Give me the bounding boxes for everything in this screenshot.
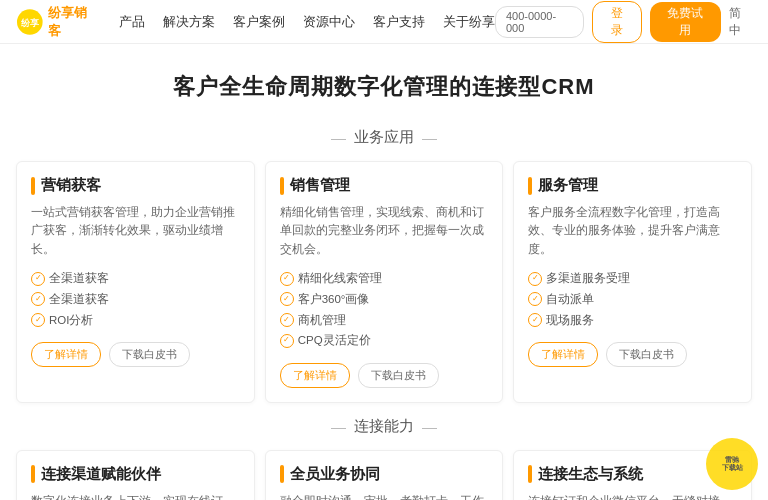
hero-title: 客户全生命周期数字化管理的连接型CRM <box>0 72 768 102</box>
feature-item: 客户360°画像 <box>280 289 489 310</box>
feature-item: CPQ灵活定价 <box>280 330 489 351</box>
card-service: 服务管理 客户服务全流程数字化管理，打造高效、专业的服务体验，提升客户满意度。 … <box>513 161 752 403</box>
language-selector[interactable]: 简中 <box>729 5 753 39</box>
navigation: 纷享 纷享销客 产品 解决方案 客户案例 资源中心 客户支持 关于纷享 400-… <box>0 0 768 44</box>
check-icon <box>31 292 45 306</box>
nav-item-product[interactable]: 产品 <box>119 13 145 31</box>
card-icon-bar <box>280 465 284 483</box>
check-icon <box>528 292 542 306</box>
nav-phone: 400-0000-000 <box>495 6 584 38</box>
card-sales: 销售管理 精细化销售管理，实现线索、商机和订单回款的完整业务闭环，把握每一次成交… <box>265 161 504 403</box>
card-collab-title: 全员业务协同 <box>290 465 380 484</box>
card-icon-bar <box>31 177 35 195</box>
card-icon-bar <box>528 177 532 195</box>
section2-title: 连接能力 <box>0 417 768 436</box>
section1-title-text: 业务应用 <box>354 128 414 147</box>
check-icon <box>31 313 45 327</box>
feature-item: 现场服务 <box>528 310 737 331</box>
card-channel-title: 连接渠道赋能伙伴 <box>41 465 161 484</box>
check-icon <box>280 334 294 348</box>
card-sales-features: 精细化线索管理 客户360°画像 商机管理 CPQ灵活定价 <box>280 268 489 351</box>
feature-item: 全渠道获客 <box>31 289 240 310</box>
svg-text:纷享: 纷享 <box>21 16 39 27</box>
section2-title-text: 连接能力 <box>354 417 414 436</box>
nav-actions: 400-0000-000 登录 免费试用 简中 <box>495 1 752 43</box>
card-collab-desc: 融合即时沟通、审批、考勤打卡、工作薄等一站式办公管理，打造极致高效的在线协同体验… <box>280 492 489 500</box>
card-service-title: 服务管理 <box>538 176 598 195</box>
detail-button[interactable]: 了解详情 <box>31 342 101 367</box>
nav-item-resources[interactable]: 资源中心 <box>303 13 355 31</box>
feature-item: ROI分析 <box>31 310 240 331</box>
whitepaper-button[interactable]: 下载白皮书 <box>358 363 439 388</box>
logo-text: 纷享销客 <box>48 4 99 40</box>
card-channel-desc: 数字化连接业务上下游，实现在线订货、客户报备、销售培训等全流程管理，与伙伴共创共… <box>31 492 240 500</box>
detail-button[interactable]: 了解详情 <box>528 342 598 367</box>
whitepaper-button[interactable]: 下载白皮书 <box>109 342 190 367</box>
check-icon <box>280 272 294 286</box>
check-icon <box>528 313 542 327</box>
logo[interactable]: 纷享 纷享销客 <box>16 4 99 40</box>
card-service-actions: 了解详情 下载白皮书 <box>528 342 737 367</box>
card-channel: 连接渠道赋能伙伴 数字化连接业务上下游，实现在线订货、客户报备、销售培训等全流程… <box>16 450 255 500</box>
login-button[interactable]: 登录 <box>592 1 642 43</box>
feature-item: 商机管理 <box>280 310 489 331</box>
feature-item: 自动派单 <box>528 289 737 310</box>
card-icon-bar <box>31 465 35 483</box>
card-ecosystem-title: 连接生态与系统 <box>538 465 643 484</box>
card-sales-actions: 了解详情 下载白皮书 <box>280 363 489 388</box>
card-marketing-features: 全渠道获客 全渠道获客 ROI分析 <box>31 268 240 330</box>
nav-item-about[interactable]: 关于纷享 <box>443 13 495 31</box>
feature-item: 多渠道服务受理 <box>528 268 737 289</box>
card-service-header: 服务管理 <box>528 176 737 195</box>
card-collab-header: 全员业务协同 <box>280 465 489 484</box>
card-marketing-header: 营销获客 <box>31 176 240 195</box>
logo-icon: 纷享 <box>16 8 44 36</box>
check-icon <box>280 292 294 306</box>
nav-menu: 产品 解决方案 客户案例 资源中心 客户支持 关于纷享 <box>119 13 495 31</box>
hero-section: 客户全生命周期数字化管理的连接型CRM <box>0 44 768 118</box>
watermark: 雷驰下载站 <box>706 438 758 490</box>
trial-button[interactable]: 免费试用 <box>650 2 721 42</box>
card-icon-bar <box>280 177 284 195</box>
cards-row1: 营销获客 一站式营销获客管理，助力企业营销推广获客，渐渐转化效果，驱动业绩增长。… <box>0 161 768 403</box>
whitepaper-button[interactable]: 下载白皮书 <box>606 342 687 367</box>
check-icon <box>528 272 542 286</box>
card-sales-desc: 精细化销售管理，实现线索、商机和订单回款的完整业务闭环，把握每一次成交机会。 <box>280 203 489 258</box>
card-marketing-title: 营销获客 <box>41 176 101 195</box>
card-sales-header: 销售管理 <box>280 176 489 195</box>
detail-button[interactable]: 了解详情 <box>280 363 350 388</box>
card-icon-bar <box>528 465 532 483</box>
card-service-desc: 客户服务全流程数字化管理，打造高效、专业的服务体验，提升客户满意度。 <box>528 203 737 258</box>
card-marketing-actions: 了解详情 下载白皮书 <box>31 342 240 367</box>
card-marketing: 营销获客 一站式营销获客管理，助力企业营销推广获客，渐渐转化效果，驱动业绩增长。… <box>16 161 255 403</box>
watermark-text: 雷驰下载站 <box>722 456 743 473</box>
check-icon <box>280 313 294 327</box>
watermark-badge: 雷驰下载站 <box>706 438 758 490</box>
feature-item: 全渠道获客 <box>31 268 240 289</box>
check-icon <box>31 272 45 286</box>
nav-item-solution[interactable]: 解决方案 <box>163 13 215 31</box>
nav-item-cases[interactable]: 客户案例 <box>233 13 285 31</box>
feature-item: 精细化线索管理 <box>280 268 489 289</box>
card-service-features: 多渠道服务受理 自动派单 现场服务 <box>528 268 737 330</box>
section1-title: 业务应用 <box>0 128 768 147</box>
nav-item-support[interactable]: 客户支持 <box>373 13 425 31</box>
card-channel-header: 连接渠道赋能伙伴 <box>31 465 240 484</box>
card-marketing-desc: 一站式营销获客管理，助力企业营销推广获客，渐渐转化效果，驱动业绩增长。 <box>31 203 240 258</box>
card-ecosystem-desc: 连接钉订和企业微信平台，无缝对接ERP系统，构建内外部业务作数字化管理。 <box>528 492 737 500</box>
card-sales-title: 销售管理 <box>290 176 350 195</box>
card-collab: 全员业务协同 融合即时沟通、审批、考勤打卡、工作薄等一站式办公管理，打造极致高效… <box>265 450 504 500</box>
cards-row2: 连接渠道赋能伙伴 数字化连接业务上下游，实现在线订货、客户报备、销售培训等全流程… <box>0 450 768 500</box>
